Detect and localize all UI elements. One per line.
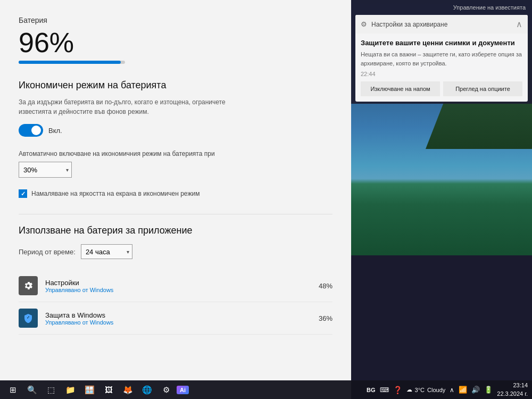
photos-button[interactable]: 🖼 [100, 381, 117, 398]
search-button[interactable]: 🔍 [23, 381, 40, 398]
battery-percentage: 96% [19, 29, 332, 56]
notification-card: ⚙ Настройки за архивиране ∧ Защитете ваш… [355, 15, 528, 102]
settings-app-managed: Управлявано от Windows [45, 287, 319, 293]
task-view-icon: ⬚ [47, 385, 55, 395]
battery-bar [19, 61, 125, 64]
period-dropdown-wrapper[interactable]: 24 часа 48 часа 1 седмица ▾ [81, 244, 132, 259]
settings-app-info: Настройки Управлявано от Windows [45, 279, 319, 293]
search-icon: 🔍 [27, 385, 37, 395]
task-view-button[interactable]: ⬚ [43, 381, 60, 398]
settings-app-icon [19, 276, 38, 295]
app-item-defender: Защита в Windows Управлявано от Windows … [19, 302, 332, 335]
battery-saver-toggle-row: Вкл. [19, 124, 332, 137]
auto-enable-label: Автоматично включване на икономичния реж… [19, 150, 332, 157]
period-label: Период от време: [19, 248, 76, 256]
brightness-checkbox-row: Намаляване на яркостта на екрана в иконо… [19, 189, 332, 198]
period-row: Период от време: 24 часа 48 часа 1 седми… [19, 244, 332, 259]
defender-app-icon [19, 309, 38, 328]
ai-button[interactable]: Ai [177, 386, 189, 394]
clock-date: 22.3.2024 г. [497, 390, 528, 398]
brightness-checkbox[interactable] [19, 189, 27, 198]
taskbar-left: ⊞ 🔍 ⬚ 📁 🪟 🖼 🦊 🌐 ⚙ Ai [4, 381, 364, 398]
battery-saver-toggle[interactable] [19, 124, 43, 137]
settings-taskbar-button[interactable]: ⚙ [157, 381, 174, 398]
battery-saver-title: Икономичен режим на батерията [19, 80, 332, 91]
settings-app-name: Настройки [45, 279, 319, 287]
network-icon[interactable]: 📶 [459, 386, 467, 394]
system-clock[interactable]: 23:14 22.3.2024 г. [497, 381, 528, 398]
app-item-settings: Настройки Управлявано от Windows 48% [19, 270, 332, 302]
battery-saver-desc: За да издържи батерията ви по-дълго, ког… [19, 97, 242, 117]
weather-widget[interactable]: ☁ 3°C Cloudy [406, 386, 446, 393]
notification-header-title: Управление на известията [453, 4, 526, 11]
notification-panel: Управление на известията ⚙ Настройки за … [351, 0, 532, 104]
notification-body-title: Защитете вашите ценни снимки и документи [361, 39, 522, 47]
keyboard-icon: ⌨ [380, 386, 389, 394]
weather-icon: ☁ [406, 386, 412, 393]
language-indicator: BG [367, 387, 376, 393]
defender-app-percent: 36% [319, 314, 332, 322]
right-panel: Управление на известията ⚙ Настройки за … [351, 0, 532, 399]
firefox-icon: 🦊 [123, 385, 133, 395]
notification-view-button[interactable]: Преглед на опциите [443, 81, 522, 96]
notification-body-text: Нещата ви са важни – защитете ги, като и… [361, 50, 522, 68]
battery-section-title: Батерия [19, 16, 332, 24]
store-button[interactable]: 🪟 [81, 381, 98, 398]
edge-icon: 🌐 [142, 385, 152, 395]
notification-header: Управление на известията [351, 0, 532, 15]
help-icon[interactable]: ❓ [393, 386, 402, 394]
notification-buttons: Изключване на напом Преглед на опциите [361, 81, 522, 96]
notification-gear-icon: ⚙ [361, 20, 367, 28]
defender-app-managed: Управлявано от Windows [45, 319, 319, 326]
volume-icon[interactable]: 🔊 [471, 386, 480, 394]
settings-taskbar-icon: ⚙ [163, 385, 170, 395]
taskbar: ⊞ 🔍 ⬚ 📁 🪟 🖼 🦊 🌐 ⚙ Ai BG ⌨ ❓ [0, 380, 532, 399]
clock-time: 23:14 [497, 381, 528, 389]
weather-condition: Cloudy [427, 387, 445, 393]
defender-app-info: Защита в Windows Управлявано от Windows [45, 311, 319, 326]
start-button[interactable]: ⊞ [4, 381, 21, 398]
defender-app-name: Защита в Windows [45, 311, 319, 319]
chevron-up-icon[interactable]: ∧ [450, 386, 454, 394]
settings-app-percent: 48% [319, 282, 332, 290]
file-explorer-button[interactable]: 📁 [62, 381, 79, 398]
threshold-dropdown-row: 10% 20% 30% 40% 50% ▾ [19, 162, 332, 178]
brightness-checkbox-label: Намаляване на яркостта на екрана в иконо… [31, 190, 200, 197]
firefox-button[interactable]: 🦊 [119, 381, 136, 398]
notification-card-header: ⚙ Настройки за архивиране ∧ [355, 15, 528, 34]
threshold-select[interactable]: 10% 20% 30% 40% 50% [19, 162, 72, 178]
battery-bar-fill [19, 61, 121, 64]
section-divider [19, 214, 332, 214]
weather-temp: 3°C [415, 387, 425, 393]
notification-time: 22:44 [361, 71, 522, 77]
notification-card-header-title: Настройки за архивиране [371, 21, 447, 28]
notification-collapse-icon[interactable]: ∧ [516, 19, 522, 29]
battery-taskbar-icon[interactable]: 🔋 [484, 386, 493, 394]
settings-panel: Батерия 96% Икономичен режим на батерият… [0, 0, 351, 399]
toggle-on-label: Вкл. [48, 127, 62, 135]
folder-icon: 📁 [65, 385, 76, 395]
notification-card-body: Защитете вашите ценни снимки и документи… [355, 34, 528, 102]
threshold-dropdown-wrapper[interactable]: 10% 20% 30% 40% 50% ▾ [19, 162, 72, 178]
period-select[interactable]: 24 часа 48 часа 1 седмица [81, 244, 132, 259]
photos-icon: 🖼 [105, 385, 113, 394]
store-icon: 🪟 [85, 385, 95, 395]
edge-button[interactable]: 🌐 [138, 381, 155, 398]
windows-logo-icon: ⊞ [10, 385, 16, 395]
notification-dismiss-button[interactable]: Изключване на напом [361, 81, 440, 96]
app-usage-title: Използване на батерия за приложение [19, 225, 332, 236]
taskbar-right: BG ⌨ ❓ ☁ 3°C Cloudy ∧ 📶 🔊 🔋 23:14 22.3.2… [367, 381, 528, 398]
